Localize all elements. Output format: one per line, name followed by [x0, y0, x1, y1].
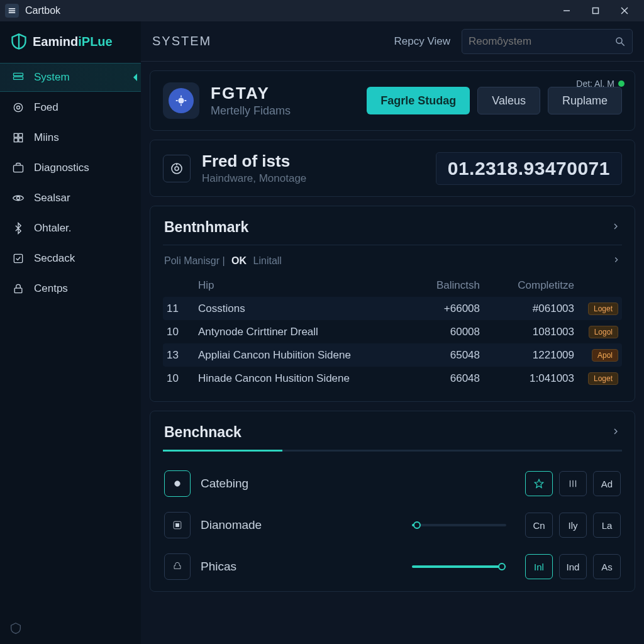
sidebar-item-centps[interactable]: Centps — [0, 274, 141, 303]
as-button[interactable]: As — [593, 554, 621, 579]
svg-point-11 — [17, 106, 20, 109]
table-row[interactable]: 11 Cosstions +66008 #061003 Loget — [163, 297, 622, 320]
status-dot-icon — [618, 80, 625, 87]
ruplame-button[interactable]: Ruplame — [548, 87, 622, 114]
ad-button[interactable]: Ad — [593, 471, 621, 496]
identity-subtitle: Mertelly Fidams — [211, 104, 291, 118]
status-badge: Loget — [588, 303, 618, 315]
app-header: SYSTEM Repcy View — [141, 21, 644, 62]
metric-subtitle: Haindware, Monotage — [202, 172, 306, 185]
slider[interactable] — [412, 565, 506, 568]
col-completitze: Completitze — [480, 279, 574, 292]
sidebar-item-label: Ohtaler. — [34, 222, 72, 235]
col-name: Hip — [198, 279, 398, 292]
benchmark-table: Hip Balinctsh Completitze 11 Cosstions +… — [163, 274, 622, 390]
svg-rect-4 — [593, 8, 599, 14]
status-badge: Apol — [592, 349, 618, 362]
svg-rect-2 — [9, 12, 16, 13]
ind-button[interactable]: Ind — [559, 554, 587, 579]
svg-rect-14 — [14, 138, 18, 142]
sidebar-item-label: Miins — [34, 131, 59, 144]
sidebar-item-label: Secdack — [34, 252, 75, 265]
svg-rect-0 — [9, 8, 16, 9]
table-row[interactable]: 10 Antynode Crirttiner Dreall 60008 1081… — [163, 320, 622, 343]
sidebar-item-label: System — [34, 71, 70, 84]
app-title: Cartbok — [25, 5, 60, 16]
window-minimize-button[interactable] — [552, 0, 581, 21]
tool-label: Dianomade — [201, 518, 262, 532]
expand-benchmark-button[interactable] — [611, 221, 621, 234]
server-icon — [11, 70, 25, 84]
svg-rect-18 — [14, 254, 22, 262]
svg-marker-27 — [535, 479, 543, 487]
tab-indicator — [163, 450, 622, 452]
target-icon — [11, 101, 25, 114]
svg-point-17 — [17, 197, 20, 200]
sidebar-footer-icon[interactable] — [9, 621, 23, 638]
status-label: Det: Al. M — [576, 79, 614, 89]
la-button[interactable]: La — [593, 513, 621, 538]
metric-title: Fred of ists — [202, 152, 306, 171]
sidebar-item-label: Sealsar — [34, 192, 70, 204]
app-icon — [5, 4, 19, 18]
inl-button[interactable]: Inl — [525, 554, 553, 579]
svg-line-21 — [621, 43, 625, 46]
expand-benchnack-button[interactable] — [611, 426, 621, 439]
window-close-button[interactable] — [610, 0, 639, 21]
crumb-left: Poli Manisgr — [164, 255, 219, 266]
primary-action-button[interactable]: Fagrle Studag — [367, 87, 470, 114]
cn-button[interactable]: Cn — [525, 513, 553, 538]
tool-label: Catebing — [201, 477, 248, 491]
star-button[interactable] — [525, 471, 553, 496]
col-balinctsh: Balinctsh — [398, 279, 480, 292]
sidebar-item-miins[interactable]: Miins — [0, 123, 141, 152]
benchmark-card: Bentnhmark Poli Manisgr | OK Linitall Hi… — [150, 206, 635, 402]
svg-rect-12 — [14, 133, 18, 137]
breadcrumb: SYSTEM — [152, 34, 211, 48]
view-link[interactable]: Repcy View — [394, 35, 450, 48]
main-content: SYSTEM Repcy View Det: Al. M FGTAY — [141, 21, 644, 644]
bluetooth-icon — [11, 221, 25, 235]
sidebar-item-label: Foed — [34, 101, 58, 114]
sidebar-item-system[interactable]: System — [0, 63, 141, 92]
tool-icon[interactable] — [164, 553, 191, 580]
svg-rect-32 — [176, 524, 179, 527]
brand-logo: EamindiPLue — [0, 26, 141, 62]
sidebar-item-label: Centps — [34, 282, 68, 295]
checkbox-icon — [11, 252, 25, 265]
svg-rect-7 — [14, 73, 23, 75]
svg-point-10 — [14, 103, 22, 111]
table-row[interactable]: 13 Appliai Cancon Hubiition Sidene 65048… — [163, 343, 622, 367]
window-titlebar: Cartbok — [0, 0, 644, 21]
brand-text-a: Eamind — [33, 35, 78, 48]
search-box[interactable] — [462, 29, 633, 54]
window-maximize-button[interactable] — [581, 0, 610, 21]
search-input[interactable] — [469, 35, 614, 48]
status-badge: Loget — [588, 372, 618, 385]
tool-icon[interactable] — [164, 512, 191, 538]
sidebar-item-sealsar[interactable]: Sealsar — [0, 184, 141, 213]
tool-icon[interactable] — [164, 470, 191, 497]
slider[interactable] — [412, 524, 506, 526]
values-button[interactable]: Valeus — [477, 87, 540, 114]
svg-rect-15 — [19, 138, 23, 142]
svg-point-20 — [616, 38, 622, 43]
sidebar-item-diagnostics[interactable]: Diagnostics — [0, 153, 141, 182]
table-row[interactable]: 10 Hinade Cancon Husition Sidene 66048 1… — [163, 367, 622, 390]
sidebar-item-secdack[interactable]: Secdack — [0, 244, 141, 273]
ily-button[interactable]: Ily — [559, 513, 587, 538]
lock-icon — [11, 282, 25, 296]
crumb-ok: OK — [231, 255, 247, 266]
svg-point-24 — [175, 167, 179, 170]
tool-row-phicas: Phicas Inl Ind As — [163, 546, 622, 587]
sidebar-item-label: Diagnostics — [34, 162, 89, 174]
svg-rect-19 — [14, 288, 22, 293]
bars-button[interactable] — [559, 471, 587, 496]
tool-label: Phicas — [201, 560, 236, 574]
tool-row-dianomade: Dianomade Cn Ily La — [163, 504, 622, 546]
gauge-icon — [163, 155, 191, 182]
sidebar-item-foed[interactable]: Foed — [0, 93, 141, 122]
svg-rect-8 — [14, 77, 23, 79]
sidebar-item-ohtaler[interactable]: Ohtaler. — [0, 214, 141, 243]
crumb-expand-button[interactable] — [612, 255, 621, 267]
